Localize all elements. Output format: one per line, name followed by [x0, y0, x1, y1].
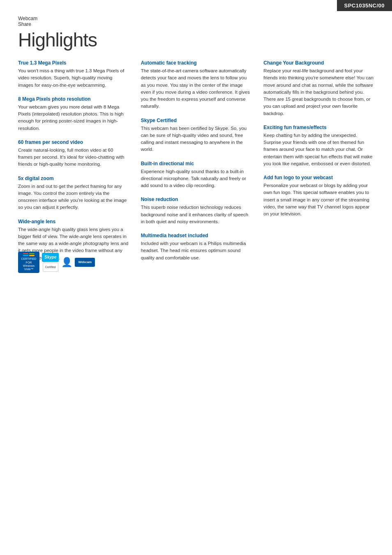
- win-tile-green: [29, 253, 35, 254]
- skype-label: Skype: [42, 253, 59, 262]
- feature-fun-logo: Add fun logo to your webcast Personalize…: [263, 175, 374, 217]
- skype-certified-logo: Skype Certified: [42, 253, 59, 272]
- feature-title: Exciting fun frames/effects: [263, 125, 374, 130]
- feature-mega-pixels-photo: 8 Mega Pixels photo resolution Your webc…: [18, 96, 129, 132]
- page-title: Highlights: [18, 29, 374, 51]
- footer-logos: CERTIFIED FOR Windows Vista™ Skype Certi…: [18, 252, 95, 273]
- webcam-logo: Webcam: [75, 258, 95, 267]
- feature-title: Skype Certified: [141, 118, 251, 123]
- feature-text: Your webcam gives you more detail with 8…: [18, 104, 129, 132]
- feature-text: You won't miss a thing with true 1.3 Meg…: [18, 67, 129, 89]
- feature-text: Personalize your webcast or blogs by add…: [263, 182, 374, 217]
- feature-noise-reduction: Noise reduction This superb noise reduct…: [141, 197, 251, 225]
- feature-title: Built-in directional mic: [141, 161, 251, 166]
- feature-digital-zoom: 5x digital zoom Zoom in and out to get t…: [18, 176, 129, 211]
- feature-text: This superb noise reduction technology r…: [141, 204, 251, 225]
- column-2: Automatic face tracking The state-of-the…: [141, 60, 251, 269]
- feature-text: Zoom in and out to get the perfect frami…: [18, 183, 129, 211]
- feature-title: 8 Mega Pixels photo resolution: [18, 96, 129, 102]
- column-3: Change Your Background Replace your real…: [263, 60, 374, 269]
- breadcrumb-webcam: Webcam: [18, 16, 374, 21]
- feature-text: Included with your webcam is a Philips m…: [141, 240, 251, 261]
- person-icon: 👤: [61, 257, 72, 268]
- features-grid: True 1.3 Mega Pixels You won't miss a th…: [18, 60, 374, 269]
- column-1: True 1.3 Mega Pixels You won't miss a th…: [18, 60, 129, 269]
- feature-text: The state-of-the-art camera software aut…: [141, 67, 251, 110]
- feature-text: Experience high-quality sound thanks to …: [141, 168, 251, 190]
- feature-directional-mic: Built-in directional mic Experience high…: [141, 161, 251, 190]
- feature-text: Replace your real-life background and fo…: [263, 67, 374, 117]
- feature-auto-face-tracking: Automatic face tracking The state-of-the…: [141, 60, 251, 110]
- windows-certified-text: CERTIFIED FOR Windows Vista™: [20, 257, 38, 271]
- feature-title: 5x digital zoom: [18, 176, 129, 181]
- feature-title: Automatic face tracking: [141, 60, 251, 66]
- windows-certified-logo: CERTIFIED FOR Windows Vista™: [18, 252, 39, 273]
- feature-title: Noise reduction: [141, 197, 251, 202]
- breadcrumb: Webcam Share: [18, 16, 374, 27]
- feature-frames-per-second: 60 frames per second video Create natura…: [18, 139, 129, 168]
- breadcrumb-share: Share: [18, 21, 374, 27]
- skype-certified-label: Certified: [43, 263, 58, 272]
- product-code-bar: SPC1035NC/00: [337, 0, 392, 11]
- feature-multimedia-headset: Multimedia headset included Included wit…: [141, 233, 251, 261]
- feature-title: Add fun logo to your webcast: [263, 175, 374, 180]
- feature-title: Multimedia headset included: [141, 233, 251, 238]
- win-tile-blue: [23, 255, 28, 256]
- feature-true-mega-pixels: True 1.3 Mega Pixels You won't miss a th…: [18, 60, 129, 89]
- feature-title: True 1.3 Mega Pixels: [18, 60, 129, 66]
- feature-change-background: Change Your Background Replace your real…: [263, 60, 374, 117]
- feature-text: Keep chatting fun by adding the unexpect…: [263, 132, 374, 167]
- win-tile-yellow: [29, 255, 35, 256]
- feature-text: This webcam has been certified by Skype.…: [141, 125, 251, 153]
- feature-title: Change Your Background: [263, 60, 374, 66]
- feature-title: 60 frames per second video: [18, 139, 129, 145]
- win-tile-red: [23, 253, 28, 254]
- feature-skype-certified: Skype Certified This webcam has been cer…: [141, 118, 251, 153]
- feature-text: Create natural-looking, full motion vide…: [18, 147, 129, 168]
- feature-title: Wide-angle lens: [18, 219, 129, 224]
- feature-fun-frames-effects: Exciting fun frames/effects Keep chattin…: [263, 125, 374, 167]
- windows-logo-grid: [23, 253, 35, 256]
